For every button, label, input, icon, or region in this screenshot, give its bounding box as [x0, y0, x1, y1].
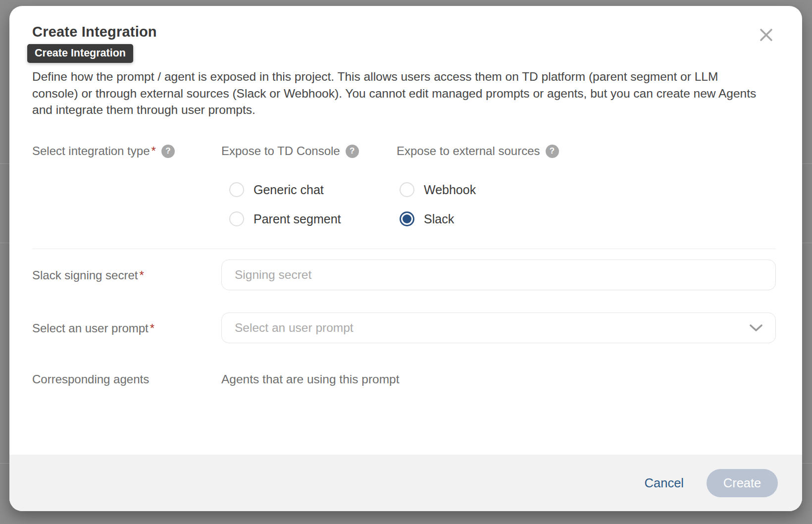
- corresponding-agents-label: Corresponding agents: [32, 372, 149, 386]
- divider: [32, 249, 776, 249]
- page-title: Create Integration: [32, 24, 157, 40]
- radio-icon: [400, 182, 414, 197]
- radio-label: Parent segment: [254, 212, 341, 226]
- help-icon[interactable]: ?: [161, 145, 175, 158]
- corresponding-agents-value: Agents that are using this prompt: [221, 372, 400, 386]
- integration-type-label: Select integration type* ?: [32, 144, 175, 158]
- radio-parent-segment[interactable]: Parent segment: [229, 211, 341, 227]
- radio-label: Generic chat: [254, 183, 324, 197]
- help-icon[interactable]: ?: [546, 145, 559, 158]
- cancel-button[interactable]: Cancel: [645, 476, 684, 490]
- radio-icon: [229, 182, 244, 197]
- td-console-label: Expose to TD Console ?: [221, 144, 359, 158]
- signing-secret-label-text: Slack signing secret: [32, 268, 138, 282]
- radio-icon: [400, 211, 414, 226]
- integration-type-label-text: Select integration type: [32, 144, 150, 158]
- user-prompt-label: Select an user prompt*: [32, 321, 154, 335]
- tooltip: Create Integration: [27, 44, 133, 63]
- user-prompt-select[interactable]: Select an user prompt: [221, 313, 776, 343]
- corresponding-agents-label-text: Corresponding agents: [32, 372, 149, 386]
- radio-slack[interactable]: Slack: [400, 211, 454, 227]
- signing-secret-input[interactable]: [221, 260, 776, 290]
- dialog-footer: Cancel Create: [9, 455, 802, 511]
- close-button[interactable]: [756, 25, 776, 45]
- chevron-down-icon: [749, 324, 763, 332]
- dialog-description: Define how the prompt / agent is exposed…: [32, 68, 758, 118]
- radio-generic-chat[interactable]: Generic chat: [229, 182, 324, 198]
- create-button[interactable]: Create: [707, 469, 778, 497]
- external-sources-label-text: Expose to external sources: [397, 144, 540, 158]
- signing-secret-label: Slack signing secret*: [32, 268, 144, 282]
- radio-icon: [229, 211, 244, 226]
- radio-webhook[interactable]: Webhook: [400, 182, 476, 198]
- radio-label: Webhook: [424, 183, 476, 197]
- select-placeholder: Select an user prompt: [235, 321, 354, 335]
- external-sources-label: Expose to external sources ?: [397, 144, 559, 158]
- user-prompt-label-text: Select an user prompt: [32, 321, 149, 335]
- close-icon: [759, 28, 773, 42]
- help-icon[interactable]: ?: [346, 145, 359, 158]
- required-asterisk: *: [151, 144, 155, 158]
- radio-label: Slack: [424, 212, 454, 226]
- create-integration-dialog: Create Integration Create Integration De…: [9, 6, 802, 511]
- required-asterisk: *: [150, 321, 154, 335]
- td-console-label-text: Expose to TD Console: [221, 144, 340, 158]
- required-asterisk: *: [139, 268, 144, 282]
